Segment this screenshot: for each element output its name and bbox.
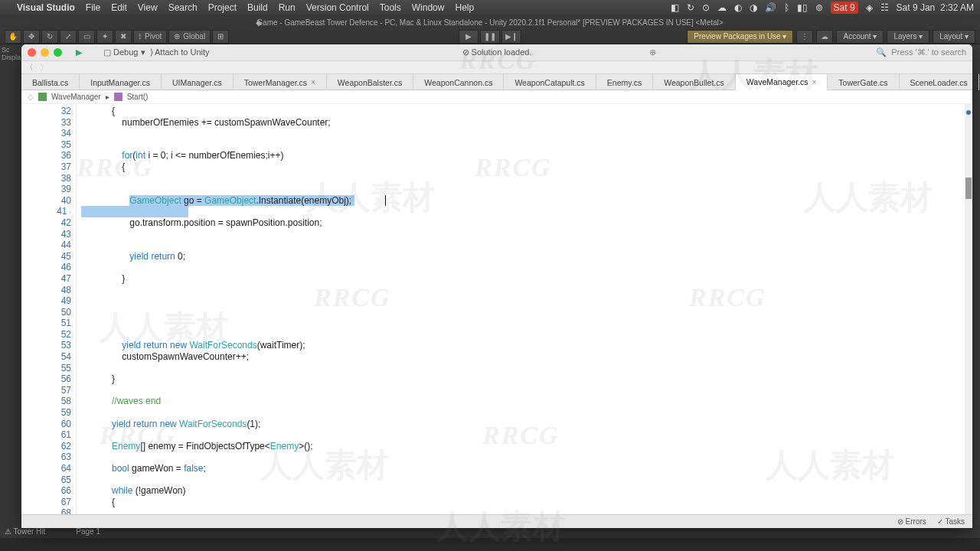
tab-towergate[interactable]: TowerGate.cs [828,74,899,90]
scroll-track[interactable] [965,104,972,514]
tab-weaponcatapult[interactable]: WeaponCatapult.cs [504,74,596,90]
snap-icon[interactable]: ⊞ [212,30,229,44]
page-indicator: Page 1 [76,527,100,536]
search-icon: 🔍 [876,47,887,57]
unity-toolbar: ✋ ✥ ↻ ⤢ ▭ ✦ ✖ ⟟Pivot ⊕Global ⊞ ▶ ❚❚ ▶❙ P… [0,29,980,44]
cloud-icon[interactable]: ☁ [816,30,833,44]
battery-icon[interactable]: ▮▯ [797,2,808,13]
line-gutter: 32333435363738394041 ›424344454647484950… [21,104,77,514]
global-toggle[interactable]: ⊕Global [168,30,211,44]
tab-uimanager[interactable]: UIManager.cs [162,74,234,90]
menu-build[interactable]: Build [247,2,268,13]
date-badge[interactable]: Sat 9 [831,2,858,14]
move-tool-icon[interactable]: ✥ [23,30,40,44]
layout-dropdown[interactable]: Layout ▾ [933,30,975,44]
tab-weaponbalster[interactable]: WeaponBalster.cs [327,74,413,90]
attach-target-dropdown[interactable]: ⟩ Attach to Unity [150,47,210,57]
rotate-tool-icon[interactable]: ↻ [41,30,58,44]
tab-weaponbullet[interactable]: WeaponBullet.cs [653,74,736,90]
tasks-button[interactable]: ✓ Tasks [937,517,965,526]
hand-tool-icon[interactable]: ✋ [5,30,21,44]
code-editor[interactable]: 32333435363738394041 ›424344454647484950… [21,104,972,514]
account-dropdown[interactable]: Account ▾ [836,30,884,44]
tab-wavemanager[interactable]: WaveManager.cs× [736,74,828,90]
unity-hierarchy-panel: Sc Displa [0,44,21,534]
method-icon [114,93,122,101]
tray-icon[interactable]: ◐ [734,2,742,13]
window-controls [28,48,62,57]
solution-status: ⊘ Solution loaded. [462,47,532,57]
wifi-icon[interactable]: ⊚ [815,2,823,13]
scroll-thumb[interactable] [965,178,972,199]
vs-titlebar: ▶ ▢ Debug ▾ ⟩ Attach to Unity ⊘ Solution… [21,44,972,61]
menu-view[interactable]: View [138,2,158,13]
errors-button[interactable]: ⊘ Errors [897,517,926,526]
menu-run[interactable]: Run [279,2,296,13]
volume-icon[interactable]: 🔊 [765,2,776,13]
collab-icon[interactable]: ⋮ [796,30,813,44]
maximize-window-button[interactable] [54,48,62,57]
menu-file[interactable]: File [86,2,100,13]
debug-config-dropdown[interactable]: ▢ Debug ▾ [103,47,145,57]
add-icon[interactable]: ⊕ [649,47,656,57]
console-message[interactable]: ⚠ Tower Hit [5,527,45,536]
visual-studio-window: ▶ ▢ Debug ▾ ⟩ Attach to Unity ⊘ Solution… [21,44,972,528]
tab-ballista[interactable]: Ballista.cs [21,74,80,90]
menu-help[interactable]: Help [455,2,474,13]
clock[interactable]: Sat 9 Jan 2:32 AM [897,2,974,13]
breadcrumb-method[interactable]: Start() [127,93,149,101]
tab-enemy[interactable]: Enemy.cs [596,74,653,90]
preview-packages-dropdown[interactable]: Preview Packages in Use ▾ [687,30,793,44]
tray-icon[interactable]: ⊙ [702,2,710,13]
pivot-toggle[interactable]: ⟟Pivot [133,30,167,44]
class-icon [38,93,47,101]
breadcrumb-class[interactable]: WaveManager [51,93,101,101]
nav-back-button[interactable]: 〈 [26,63,33,73]
menu-tools[interactable]: Tools [380,2,401,13]
tray-icon[interactable]: ◑ [750,2,757,13]
menu-project[interactable]: Project [208,2,237,13]
scroll-marker-dot [966,110,971,115]
step-button[interactable]: ▶❙ [501,30,521,44]
unity-logo-icon: ◆ [256,18,262,27]
close-tab-icon[interactable]: × [812,78,817,86]
breadcrumb: ◇ WaveManager ▸ Start() [21,90,972,104]
vs-nav-bar: 〈 〉 [21,61,972,74]
menu-search[interactable]: Search [168,2,198,13]
tray-icon[interactable]: ◧ [671,2,679,13]
mac-menubar: Visual Studio File Edit View Search Proj… [0,0,980,15]
tray-icon[interactable]: ↻ [687,2,694,13]
menu-window[interactable]: Window [412,2,445,13]
app-name[interactable]: Visual Studio [17,2,75,13]
tray-icon[interactable]: ☷ [880,2,889,13]
pause-button[interactable]: ❚❚ [480,30,500,44]
tray-icon[interactable]: ☁ [717,2,727,13]
close-window-button[interactable] [28,48,36,57]
rect-tool-icon[interactable]: ▭ [78,30,95,44]
bluetooth-icon[interactable]: ᛒ [784,2,789,13]
vs-status-bar: ⊘ Errors ✓ Tasks [21,514,972,528]
minimize-window-button[interactable] [41,48,49,57]
unity-bottom-bar: ⚠ Tower Hit Page 1 [0,525,980,551]
menu-version-control[interactable]: Version Control [306,2,369,13]
editor-tabs: Ballista.cs InputManager.cs UIManager.cs… [21,74,972,90]
global-search[interactable]: 🔍 Press '⌘.' to search [876,47,966,57]
close-tab-icon[interactable]: × [311,78,315,86]
play-button[interactable]: ▶ [459,30,479,44]
tab-inputmanager[interactable]: InputManager.cs [80,74,162,90]
breadcrumb-none[interactable]: ◇ [28,93,34,101]
code-content[interactable]: { numberOfEnemies += customSpawnWaveCoun… [77,104,972,514]
layers-dropdown[interactable]: Layers ▾ [887,30,929,44]
custom-tool-icon[interactable]: ✖ [115,30,132,44]
unity-window-title: ◆ Game - GameBeast Tower Defence - PC, M… [0,15,980,29]
tab-sceneloader[interactable]: SceneLoader.cs [900,74,979,90]
menu-edit[interactable]: Edit [111,2,127,13]
nav-forward-button[interactable]: 〉 [41,63,47,73]
transform-tool-icon[interactable]: ✦ [96,30,113,44]
tab-towermanager[interactable]: TowerManager.cs× [234,74,327,90]
scale-tool-icon[interactable]: ⤢ [60,30,77,44]
run-button[interactable]: ▶ [76,47,82,57]
tab-weaponcannon[interactable]: WeaponCannon.cs [413,74,504,90]
tray-icon[interactable]: ◈ [866,2,873,13]
